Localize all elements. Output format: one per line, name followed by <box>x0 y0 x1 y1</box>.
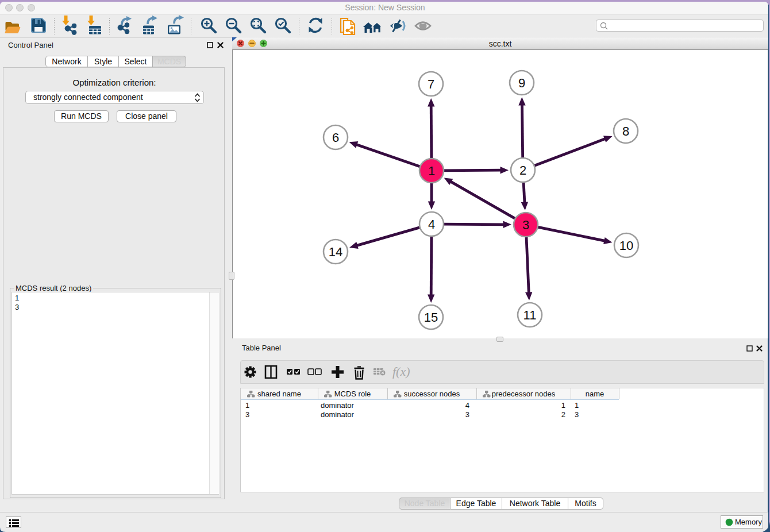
svg-text:3: 3 <box>522 218 529 232</box>
svg-text:15: 15 <box>424 310 438 325</box>
svg-text:4: 4 <box>428 217 435 232</box>
svg-text:11: 11 <box>523 308 537 322</box>
svg-text:7: 7 <box>428 77 434 91</box>
svg-text:6: 6 <box>332 130 339 145</box>
svg-text:10: 10 <box>619 238 633 253</box>
svg-text:14: 14 <box>329 245 342 259</box>
svg-text:9: 9 <box>518 76 525 90</box>
svg-text:8: 8 <box>622 124 629 138</box>
svg-text:2: 2 <box>519 163 526 178</box>
svg-text:f(x): f(x) <box>392 364 410 379</box>
svg-text:1: 1 <box>428 164 435 178</box>
